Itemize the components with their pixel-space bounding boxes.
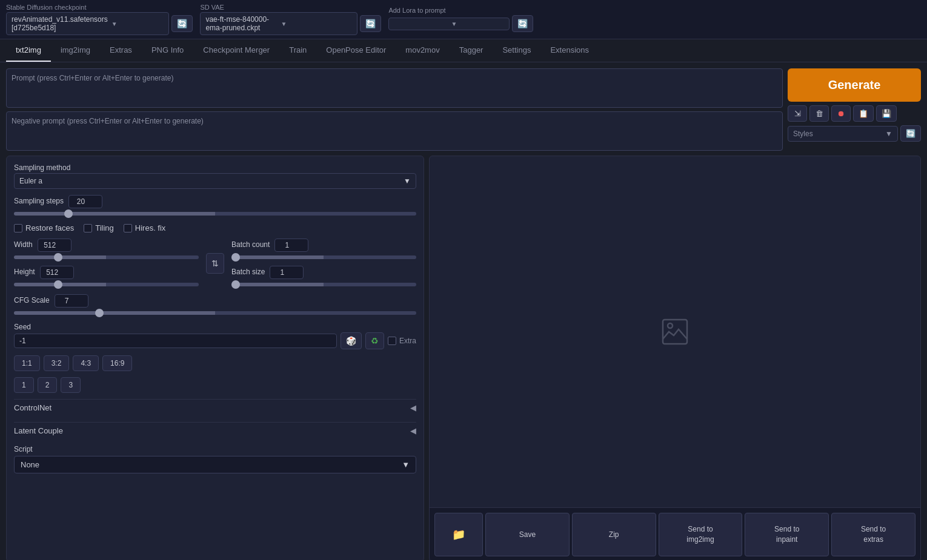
- cfg-scale-input[interactable]: [55, 294, 88, 308]
- batch-count-label: Batch count: [231, 240, 270, 249]
- paste-button[interactable]: 📋: [853, 105, 874, 122]
- script-select[interactable]: None ▼: [14, 456, 416, 473]
- lora-refresh-button[interactable]: 🔄: [512, 15, 533, 32]
- tab-txt2img[interactable]: txt2img: [6, 39, 51, 62]
- sampling-method-select[interactable]: Euler a ▼: [14, 173, 416, 189]
- cfg-scale-section: CFG Scale: [14, 294, 416, 317]
- styles-row: Styles ▼ 🔄: [788, 125, 921, 142]
- height-row: Height: [14, 266, 199, 279]
- checkpoint-group: Stable Diffusion checkpoint revAnimated_…: [6, 4, 193, 35]
- height-slider[interactable]: [14, 283, 199, 286]
- checkpoint-refresh-button[interactable]: 🔄: [171, 15, 193, 32]
- trash-button[interactable]: 🗑: [809, 105, 829, 122]
- tab-checkpoint-merger[interactable]: Checkpoint Merger: [193, 39, 279, 62]
- styles-select[interactable]: Styles ▼: [788, 126, 898, 142]
- controlnet-section-header[interactable]: ControlNet ◀: [14, 399, 416, 416]
- send-inpaint-button[interactable]: Send toinpaint: [745, 513, 829, 556]
- script-label: Script: [14, 445, 416, 453]
- batch-col: Batch count Batch size: [231, 239, 416, 288]
- tab-extras[interactable]: Extras: [100, 39, 142, 62]
- output-canvas: [430, 156, 920, 507]
- styles-refresh-button[interactable]: 🔄: [900, 125, 921, 142]
- save-button[interactable]: Save: [485, 513, 570, 556]
- batch-count-input[interactable]: [274, 239, 308, 252]
- batch-size-input[interactable]: [270, 266, 304, 279]
- seed-dice-button[interactable]: 🎲: [341, 332, 362, 349]
- vae-select[interactable]: vae-ft-mse-840000-ema-pruned.ckpt ▼: [200, 12, 357, 35]
- main-tabs: txt2img img2img Extras PNG Info Checkpoi…: [0, 39, 927, 62]
- ratio-4-3-button[interactable]: 4:3: [73, 355, 99, 371]
- ratio-16-9-button[interactable]: 16:9: [102, 355, 132, 371]
- sampling-steps-label: Sampling steps: [14, 197, 64, 205]
- checkpoint-arrow-icon: ▼: [111, 21, 164, 27]
- sampling-method-arrow-icon: ▼: [404, 177, 411, 185]
- ratio-3-2-button[interactable]: 3:2: [44, 355, 70, 371]
- generate-button[interactable]: Generate: [788, 68, 921, 102]
- checkpoint-select[interactable]: revAnimated_v11.safetensors [d725be5d18]…: [6, 12, 169, 35]
- swap-dimensions-button[interactable]: ⇅: [206, 253, 224, 274]
- cfg-scale-slider[interactable]: [14, 311, 416, 315]
- batch-size-slider[interactable]: [231, 283, 416, 286]
- sampling-steps-section: Sampling steps: [14, 195, 416, 217]
- styles-label: Styles: [793, 130, 813, 138]
- cfg-scale-row: CFG Scale: [14, 294, 416, 308]
- seed-recycle-button[interactable]: ♻: [365, 332, 384, 349]
- tab-img2img[interactable]: img2img: [51, 39, 100, 62]
- save-style-button[interactable]: 💾: [876, 105, 897, 122]
- open-folder-button[interactable]: 📁: [434, 513, 483, 556]
- step-1-button[interactable]: 1: [14, 377, 34, 393]
- prompt-row: Generate ⇲ 🗑 ⏺ 📋 💾 Styles ▼ 🔄: [6, 68, 921, 151]
- tab-openpose[interactable]: OpenPose Editor: [316, 39, 396, 62]
- lora-group: Add Lora to prompt ▼ 🔄: [388, 7, 533, 32]
- tab-extensions[interactable]: Extensions: [540, 39, 599, 62]
- restore-faces-checkbox[interactable]: Restore faces: [14, 223, 74, 232]
- batch-count-slider[interactable]: [231, 255, 416, 259]
- height-section: Height: [14, 266, 199, 288]
- width-section: Width: [14, 239, 199, 261]
- batch-count-row: Batch count: [231, 239, 416, 252]
- width-slider[interactable]: [14, 255, 199, 259]
- sampling-steps-input[interactable]: [68, 195, 102, 208]
- tab-pnginfo[interactable]: PNG Info: [142, 39, 193, 62]
- positive-prompt[interactable]: [6, 68, 783, 108]
- negative-prompt[interactable]: [6, 111, 783, 151]
- height-input[interactable]: [40, 266, 74, 279]
- step-2-button[interactable]: 2: [38, 377, 58, 393]
- ratio-1-1-button[interactable]: 1:1: [14, 355, 40, 371]
- latent-couple-section-header[interactable]: Latent Couple ◀: [14, 422, 416, 439]
- output-buttons-row: 📁 Save Zip Send toimg2img Send toinpaint…: [430, 507, 920, 560]
- checkbox-row: Restore faces Tiling Hires. fix: [14, 223, 416, 232]
- record-button[interactable]: ⏺: [831, 105, 851, 122]
- send-img2img-button[interactable]: Send toimg2img: [659, 513, 743, 556]
- tab-tagger[interactable]: Tagger: [450, 39, 493, 62]
- tab-train[interactable]: Train: [279, 39, 316, 62]
- sampling-method-section: Sampling method Euler a ▼: [14, 163, 416, 189]
- tab-mov2mov[interactable]: mov2mov: [396, 39, 449, 62]
- zip-button[interactable]: Zip: [572, 513, 656, 556]
- controlnet-label: ControlNet: [14, 403, 51, 412]
- panel-row: Sampling method Euler a ▼ Sampling steps: [6, 156, 921, 560]
- tab-settings[interactable]: Settings: [493, 39, 540, 62]
- right-panel: 📁 Save Zip Send toimg2img Send toinpaint…: [429, 156, 921, 560]
- lora-arrow-icon: ▼: [451, 21, 504, 27]
- vae-value: vae-ft-mse-840000-ema-pruned.ckpt: [205, 15, 277, 32]
- width-input[interactable]: [38, 239, 71, 252]
- sampling-steps-slider[interactable]: [14, 212, 416, 216]
- script-section: Script None ▼: [14, 445, 416, 473]
- extra-checkbox[interactable]: Extra: [388, 337, 416, 345]
- hires-checkbox[interactable]: Hires. fix: [124, 223, 166, 232]
- seed-input[interactable]: [14, 334, 337, 348]
- batch-size-section: Batch size: [231, 266, 416, 288]
- step-3-button[interactable]: 3: [61, 377, 81, 393]
- sampling-method-value: Euler a: [19, 177, 42, 185]
- width-label: Width: [14, 240, 33, 249]
- vae-refresh-button[interactable]: 🔄: [360, 15, 381, 32]
- latent-couple-arrow-icon: ◀: [410, 426, 416, 435]
- lora-select[interactable]: ▼: [388, 18, 510, 30]
- send-extras-button[interactable]: Send toextras: [831, 513, 915, 556]
- tiling-checkbox[interactable]: Tiling: [84, 223, 114, 232]
- hires-box: [124, 224, 132, 232]
- svg-rect-0: [663, 320, 687, 344]
- steps-row: 1 2 3: [14, 377, 416, 393]
- expand-button[interactable]: ⇲: [788, 105, 807, 122]
